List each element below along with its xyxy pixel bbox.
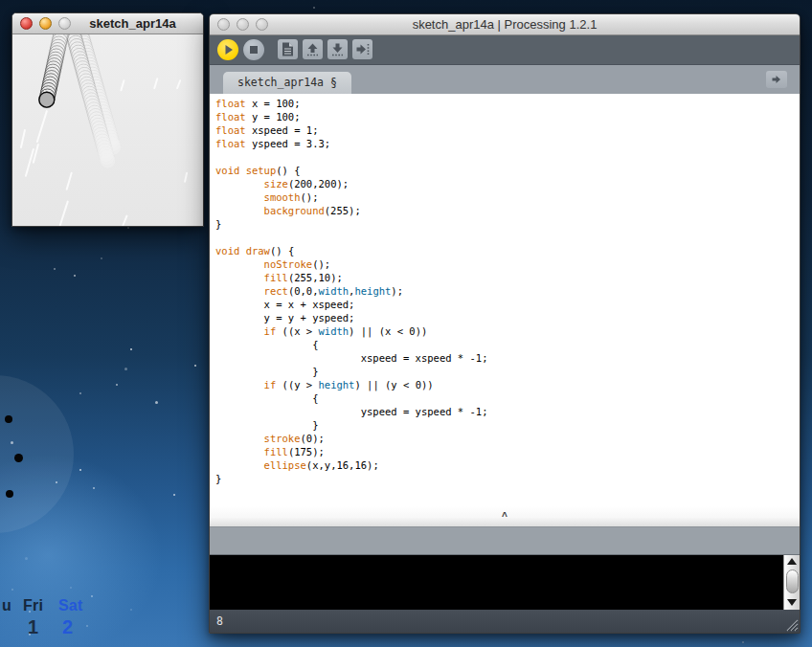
calendar-day-thu-partial: u xyxy=(2,597,11,614)
sketch-canvas-art xyxy=(12,34,203,226)
stop-icon xyxy=(244,40,263,59)
wallpaper-dot xyxy=(6,490,13,498)
code-editor[interactable]: float x = 100;float y = 100;float xspeed… xyxy=(210,94,800,506)
save-button[interactable] xyxy=(327,39,348,59)
tab-menu-button[interactable] xyxy=(766,71,787,88)
new-sketch-button[interactable] xyxy=(278,39,298,59)
open-button[interactable] xyxy=(303,39,323,59)
editor-console-divider[interactable]: ^ xyxy=(210,506,800,527)
processing-window: sketch_apr14a | Processing 1.2.1 xyxy=(209,13,801,634)
console-scrollbar[interactable] xyxy=(783,555,800,610)
run-button[interactable] xyxy=(217,39,238,60)
new-document-icon xyxy=(280,41,296,57)
sketch-canvas xyxy=(12,34,203,226)
console xyxy=(210,555,800,610)
stop-button[interactable] xyxy=(243,39,264,60)
toolbar xyxy=(210,35,800,65)
wallpaper-dot xyxy=(14,454,23,462)
main-window-titlebar[interactable]: sketch_apr14a | Processing 1.2.1 xyxy=(210,14,800,35)
sketch-window-title: sketch_apr14a xyxy=(12,16,203,31)
status-bar: 8 xyxy=(210,610,800,633)
calendar-day-sat: Sat xyxy=(58,597,83,614)
open-up-arrow-icon xyxy=(304,41,321,57)
sketch-window-titlebar[interactable]: sketch_apr14a xyxy=(12,13,203,34)
save-down-arrow-icon xyxy=(329,41,346,57)
divider-caret-icon: ^ xyxy=(502,512,508,522)
main-window-title: sketch_apr14a | Processing 1.2.1 xyxy=(210,17,800,32)
scroll-up-icon[interactable] xyxy=(787,558,797,565)
tab-menu-arrow-icon xyxy=(771,74,782,85)
sketch-window: sketch_apr14a xyxy=(11,12,204,227)
calendar-date-2: 2 xyxy=(62,616,73,638)
scrollbar-thumb[interactable] xyxy=(786,569,799,593)
wallpaper-dot xyxy=(5,415,12,423)
code-text[interactable]: float x = 100;float y = 100;float xspeed… xyxy=(210,94,800,485)
status-line-number: 8 xyxy=(216,614,223,628)
resize-grip[interactable] xyxy=(783,616,799,632)
export-right-arrow-icon xyxy=(354,41,371,57)
scroll-down-icon[interactable] xyxy=(787,599,797,606)
tab-strip: sketch_apr14a § xyxy=(210,65,800,94)
calendar-date-1: 1 xyxy=(28,616,38,638)
export-button[interactable] xyxy=(352,39,372,59)
play-icon xyxy=(218,40,237,59)
calendar-day-fri: Fri xyxy=(23,597,43,614)
message-area xyxy=(210,527,800,555)
tab-sketch-apr14a[interactable]: sketch_apr14a § xyxy=(223,72,351,94)
